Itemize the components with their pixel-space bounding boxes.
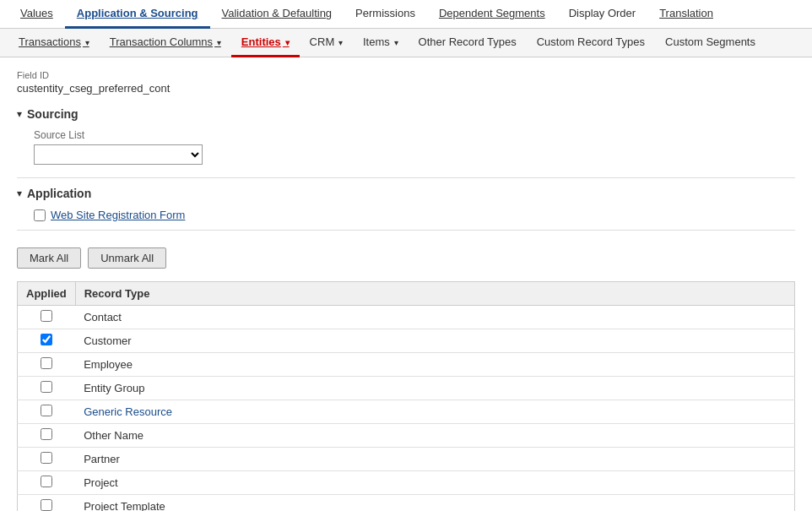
dropdown-arrow-icon: ▾	[336, 38, 343, 47]
sub-nav-item-crm[interactable]: CRM ▾	[300, 29, 353, 57]
top-nav-item-dependent-segments[interactable]: Dependent Segments	[427, 0, 557, 29]
application-section-title: Application	[27, 187, 91, 200]
table-row: Contact	[18, 306, 795, 329]
application-chevron-icon: ▾	[17, 188, 22, 199]
checkbox-entity-group[interactable]	[41, 381, 52, 393]
top-nav-item-values[interactable]: Values	[8, 0, 65, 29]
website-registration-label[interactable]: Web Site Registration Form	[51, 209, 185, 221]
table-row: Customer	[18, 329, 795, 353]
checkbox-cell-employee	[18, 353, 76, 377]
dropdown-arrow-icon: ▾	[392, 38, 398, 47]
sub-navigation: Transactions ▾Transaction Columns ▾Entit…	[0, 29, 812, 57]
table-row: Project	[18, 471, 795, 495]
sub-nav-item-custom-segments[interactable]: Custom Segments	[655, 29, 766, 57]
sub-nav-item-transaction-columns[interactable]: Transaction Columns ▾	[100, 29, 231, 57]
table-row: Employee	[18, 353, 795, 377]
record-type-cell-contact: Contact	[75, 306, 794, 329]
record-type-cell-partner: Partner	[75, 448, 794, 471]
application-section-header[interactable]: ▾ Application	[17, 187, 795, 200]
checkbox-cell-contact	[18, 306, 76, 329]
sub-nav-item-entities[interactable]: Entities ▾	[231, 29, 300, 57]
source-list-group: Source List	[34, 129, 795, 165]
checkbox-employee[interactable]	[41, 357, 52, 369]
applied-column-header: Applied	[18, 282, 76, 306]
sourcing-chevron-icon: ▾	[17, 108, 22, 120]
checkbox-partner[interactable]	[41, 452, 52, 464]
top-nav-item-translation[interactable]: Translation	[647, 0, 725, 29]
table-row: Partner	[18, 448, 795, 471]
section-divider	[17, 177, 795, 178]
table-divider	[17, 230, 795, 231]
record-type-cell-customer: Customer	[75, 329, 794, 353]
checkbox-cell-generic-resource	[18, 400, 76, 424]
table-header-row: Applied Record Type	[18, 282, 795, 306]
checkbox-project[interactable]	[41, 476, 52, 487]
sub-nav-item-transactions[interactable]: Transactions ▾	[8, 29, 100, 57]
table-row: Generic Resource	[18, 400, 795, 424]
dropdown-arrow-icon: ▾	[83, 38, 89, 47]
sourcing-section-header[interactable]: ▾ Sourcing	[17, 107, 795, 121]
top-nav-item-validation-defaulting[interactable]: Validation & Defaulting	[210, 0, 344, 29]
record-type-cell-employee: Employee	[75, 353, 794, 377]
table-body: ContactCustomerEmployeeEntity GroupGener…	[18, 306, 795, 512]
checkbox-customer[interactable]	[41, 334, 52, 345]
field-id-label: Field ID	[17, 70, 795, 80]
checkbox-cell-project	[18, 471, 76, 495]
record-type-link-generic-resource[interactable]: Generic Resource	[84, 405, 172, 418]
source-list-select[interactable]	[34, 144, 203, 165]
record-type-cell-generic-resource: Generic Resource	[75, 400, 794, 424]
checkbox-cell-partner	[18, 448, 76, 471]
sub-nav-item-other-record-types[interactable]: Other Record Types	[409, 29, 527, 57]
source-list-label: Source List	[34, 129, 795, 141]
checkbox-cell-customer	[18, 329, 76, 353]
table-header: Applied Record Type	[18, 282, 795, 306]
sourcing-section-title: Sourcing	[27, 107, 78, 121]
sub-nav-item-custom-record-types[interactable]: Custom Record Types	[527, 29, 655, 57]
unmark-all-button[interactable]: Unmark All	[88, 247, 166, 269]
table-row: Other Name	[18, 424, 795, 448]
checkbox-generic-resource[interactable]	[41, 405, 52, 416]
record-type-cell-other-name: Other Name	[75, 424, 794, 448]
mark-all-button[interactable]: Mark All	[17, 247, 81, 269]
top-nav-item-display-order[interactable]: Display Order	[557, 0, 647, 29]
record-types-table: Applied Record Type ContactCustomerEmplo…	[17, 281, 795, 511]
dropdown-arrow-icon: ▾	[283, 38, 290, 47]
checkbox-contact[interactable]	[41, 310, 52, 322]
checkbox-cell-project-template	[18, 495, 76, 512]
field-id-value: custentity_cseg_preferred_cont	[17, 82, 795, 95]
sub-nav-item-items[interactable]: Items ▾	[353, 29, 409, 57]
dropdown-arrow-icon: ▾	[214, 38, 221, 47]
top-nav-item-permissions[interactable]: Permissions	[344, 0, 427, 29]
checkbox-cell-entity-group	[18, 377, 76, 400]
main-content: Field ID custentity_cseg_preferred_cont …	[0, 57, 812, 511]
top-navigation: ValuesApplication & SourcingValidation &…	[0, 0, 812, 29]
record-type-cell-project-template: Project Template	[75, 495, 794, 512]
top-nav-item-application-sourcing[interactable]: Application & Sourcing	[65, 0, 210, 29]
record-type-cell-entity-group: Entity Group	[75, 377, 794, 400]
checkbox-cell-other-name	[18, 424, 76, 448]
record-type-cell-project: Project	[75, 471, 794, 495]
website-registration-checkbox[interactable]	[34, 209, 46, 221]
table-row: Project Template	[18, 495, 795, 512]
checkbox-other-name[interactable]	[41, 428, 52, 440]
mark-buttons-row: Mark All Unmark All	[17, 239, 795, 273]
website-registration-row: Web Site Registration Form	[34, 209, 795, 221]
table-row: Entity Group	[18, 377, 795, 400]
checkbox-project-template[interactable]	[41, 499, 52, 511]
record-type-column-header: Record Type	[75, 282, 794, 306]
